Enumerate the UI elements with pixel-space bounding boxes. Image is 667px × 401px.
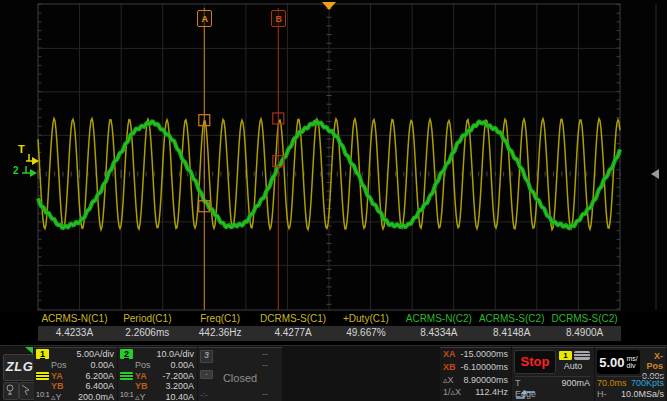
channel2-pos-value: 0.00A [170, 360, 194, 371]
notification-corner-icon [25, 347, 33, 354]
timebase-scale: 5.00 [599, 355, 624, 370]
hres-label: H-Res [597, 389, 621, 401]
trigger-mode[interactable]: Auto [556, 361, 590, 371]
channel2-block[interactable]: 2 10:1 10.0A/div Pos0.00A YA-7.200A YB3.… [118, 347, 197, 401]
cursor-xa-label: XA [443, 348, 456, 361]
trigger-level-value[interactable]: 900mA [561, 378, 590, 388]
timebase-unit-bottom: div [627, 362, 636, 369]
measurement-value: 4.4277A [257, 326, 330, 341]
cursor-xb-label: XB [443, 361, 456, 374]
measurement-label[interactable]: +Duty(C1) [330, 312, 403, 325]
pointer-gesture-button[interactable] [19, 382, 35, 400]
measurement-label[interactable]: DCRMS-S(C2) [548, 312, 621, 325]
time-window: 70.0ms [597, 378, 627, 388]
channel3-status: Closed [198, 372, 282, 384]
channel2-ya-value: -7.200A [162, 371, 194, 382]
measurement-label[interactable]: Freq(C1) [184, 312, 257, 325]
channel1-probe-ratio: 10:1 [36, 391, 50, 398]
channel2-dy-value: 10.40A [165, 392, 194, 401]
trigger-level-label: T [515, 378, 521, 388]
bottom-status-bar: ZLG 1 10:1 5.00A/div Pos0.00A YA6.200A Y… [0, 345, 667, 401]
trigger-source-badge[interactable]: 1 [559, 351, 572, 360]
channel1-block[interactable]: 1 10:1 5.00A/div Pos0.00A YA6.200A YB6.4… [34, 347, 117, 401]
timebase-unit-top: ms/ [627, 355, 638, 362]
trigger-block[interactable]: Stop 1 Auto T 900mA Edge [512, 347, 594, 401]
channel2-coupling-icon[interactable] [120, 372, 133, 380]
measurement-label[interactable]: DCRMS-S(C1) [257, 312, 330, 325]
logo-block: ZLG [1, 347, 33, 401]
cursor-xb-value: -6.10000ms [460, 361, 508, 374]
channel3-value3: -- [262, 389, 268, 399]
channel2-pos-label: Pos [135, 360, 151, 371]
channel2-scale[interactable]: 10.0A/div [156, 349, 194, 360]
channel1-pos-label: Pos [51, 360, 67, 371]
measurement-value: 49.667% [330, 326, 403, 341]
channel2-zero-marker-icon[interactable] [22, 166, 38, 178]
measurement-value: 2.2606ms [111, 326, 184, 341]
zlg-logo: ZLG [3, 354, 36, 381]
measurement-label[interactable]: ACRMS-N(C1) [38, 312, 111, 325]
cursor-dx-value: 8.90000ms [463, 374, 508, 387]
rising-edge-icon [515, 389, 537, 400]
channel1-yb-label: YB [51, 381, 64, 392]
cursor-b-label[interactable]: B [271, 10, 286, 27]
measurement-label[interactable]: ACRMS-S(C2) [475, 312, 548, 325]
timebase-block[interactable]: 5.00 ms/ div X-Pos 0.00s 70.0ms 700Kpts … [595, 347, 666, 401]
waveform-plot[interactable] [0, 0, 667, 312]
measurement-value: 442.36Hz [184, 326, 257, 341]
channel1-ya-value: 6.200A [85, 371, 114, 382]
measurement-labels: ACRMS-N(C1)Period(C1)Freq(C1)DCRMS-S(C1)… [38, 312, 621, 325]
measurement-value: 4.4233A [38, 326, 111, 341]
channel3-value1: -- [262, 349, 268, 359]
channel2-zero-marker[interactable]: 2 [13, 166, 19, 176]
channel1-yb-value: 6.400A [85, 381, 114, 392]
cursor-xa-value: -15.0000ms [460, 348, 508, 361]
channel1-pos-value: 0.00A [90, 360, 114, 371]
measurement-label[interactable]: Period(C1) [111, 312, 184, 325]
cursor-readout-block: XA-15.0000ms XB-6.10000ms ▵X8.90000ms 1/… [440, 347, 511, 401]
channel2-ya-label: YA [135, 371, 147, 382]
channel1-ya-label: YA [51, 371, 63, 382]
channel2-badge[interactable]: 2 [120, 349, 133, 359]
channel2-yb-value: 3.200A [165, 381, 194, 392]
channel1-zero-marker-icon[interactable] [26, 154, 40, 166]
oscilloscope-screen: A B T 2 ACRMS-N(C1)Period(C1)Freq(C1)DCR… [0, 0, 667, 401]
channel1-badge[interactable]: 1 [36, 349, 49, 359]
channel1-coupling-icon[interactable] [36, 372, 49, 380]
timebase-button[interactable]: 5.00 ms/ div [597, 350, 640, 374]
channel3-probe: -:- [200, 390, 208, 399]
trigger-position-marker[interactable]: T [18, 144, 25, 155]
measurement-value: 8.4334A [402, 326, 475, 341]
run-stop-button[interactable]: Stop [514, 350, 556, 374]
measurement-value: 8.4148A [475, 326, 548, 341]
measurement-label[interactable]: ACRMS-N(C2) [402, 312, 475, 325]
measurement-values: 4.4233A2.2606ms442.36Hz4.4277A49.667%8.4… [38, 326, 621, 341]
sample-rate: 10.0MSa/s [621, 389, 664, 401]
cursor-dx-label: ▵X [443, 374, 454, 387]
channel1-dy-value: 200.0mA [78, 392, 114, 401]
cursor-invdx-value: 112.4Hz [475, 386, 508, 399]
cursor-invdx-label: 1/▵X [443, 386, 461, 399]
xpos-label: X-Pos [642, 351, 663, 371]
measurement-value: 8.4900A [548, 326, 621, 341]
channel3-value2: -- [262, 360, 268, 370]
memory-depth: 700Kpts [631, 378, 664, 388]
channel3-badge[interactable]: 3 [200, 350, 213, 363]
channel1-dy-label: ▵Y [51, 392, 62, 401]
channel1-scale[interactable]: 5.00A/div [76, 349, 114, 360]
touch-gesture-button[interactable] [3, 382, 19, 400]
cursor-a-label[interactable]: A [197, 10, 212, 27]
trigger-coupling-icon[interactable] [574, 351, 590, 360]
channel2-probe-ratio: 10:1 [120, 391, 134, 398]
channel2-yb-label: YB [135, 381, 148, 392]
channel3-block[interactable]: 3 -- -- - Closed -:- -- [198, 347, 282, 401]
channel2-dy-label: ▵Y [135, 392, 146, 401]
